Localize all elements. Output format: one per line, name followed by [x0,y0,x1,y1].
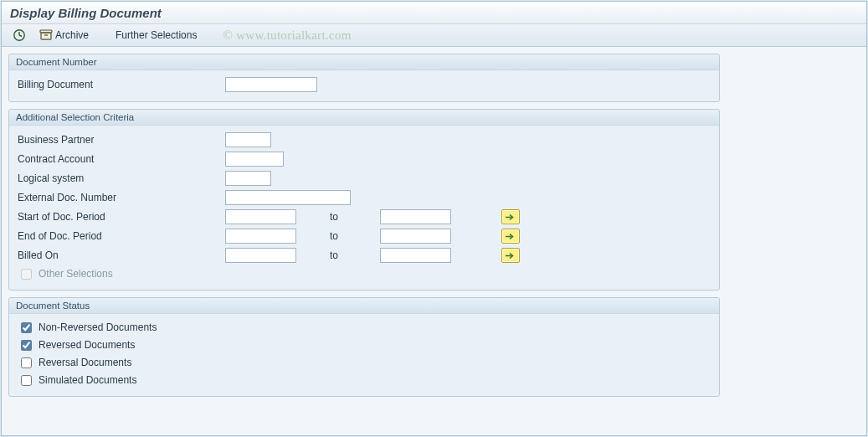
arrow-right-icon [506,252,516,260]
label-billing-document: Billing Document [16,79,225,90]
clock-execute-icon [13,28,26,42]
group-title-document-number: Document Number [9,54,719,70]
label-non-reversed: Non-Reversed Documents [39,321,157,333]
label-contract-account: Contract Account [16,153,225,165]
input-logical-system[interactable] [225,171,271,186]
input-business-partner[interactable] [225,132,271,147]
svg-rect-4 [41,33,51,39]
input-billing-document[interactable] [225,77,317,92]
to-label-2: to [330,230,380,242]
input-end-doc-period-high[interactable] [380,229,451,244]
to-label-1: to [330,211,380,223]
toolbar: Archive Further Selections © www.tutoria… [2,24,866,47]
label-business-partner: Business Partner [16,134,225,146]
label-logical-system: Logical system [16,172,225,184]
svg-line-2 [19,35,22,37]
checkbox-non-reversed[interactable] [21,322,32,333]
watermark-text: © www.tutorialkart.com [223,28,351,43]
group-additional-selection: Additional Selection Criteria Business P… [8,109,720,290]
further-selections-button[interactable]: Further Selections [111,28,201,43]
group-document-number: Document Number Billing Document [8,54,720,102]
svg-rect-3 [40,30,52,33]
archive-label: Archive [55,29,89,41]
group-document-status: Document Status Non-Reversed Documents R… [8,297,720,397]
execute-button[interactable] [8,27,30,44]
input-end-doc-period-low[interactable] [225,229,296,244]
label-reversed: Reversed Documents [39,339,135,351]
checkbox-reversed[interactable] [21,340,32,351]
archive-button[interactable]: Archive [35,28,93,43]
multi-select-billed-on[interactable] [501,248,520,263]
group-title-document-status: Document Status [9,298,719,314]
input-external-doc-number[interactable] [225,190,351,205]
input-start-doc-period-low[interactable] [225,209,296,224]
label-other-selections: Other Selections [39,268,113,280]
label-billed-on: Billed On [16,249,225,261]
label-external-doc-number: External Doc. Number [16,192,225,203]
checkbox-reversal[interactable] [21,357,32,368]
input-billed-on-low[interactable] [225,248,296,263]
archive-icon [39,29,53,41]
arrow-right-icon [506,213,516,221]
further-label: Further Selections [116,29,197,41]
arrow-right-icon [506,233,516,240]
label-simulated: Simulated Documents [39,374,136,386]
checkbox-other-selections [21,269,32,280]
input-start-doc-period-high[interactable] [380,209,451,224]
multi-select-end-doc[interactable] [501,229,520,244]
checkbox-simulated[interactable] [21,375,32,386]
to-label-3: to [330,249,380,261]
page-title: Display Billing Document [2,2,866,24]
multi-select-start-doc[interactable] [501,209,520,224]
input-contract-account[interactable] [225,152,284,167]
label-reversal: Reversal Documents [39,357,131,368]
group-title-additional-selection: Additional Selection Criteria [9,110,719,126]
label-end-doc-period: End of Doc. Period [16,230,225,242]
label-start-doc-period: Start of Doc. Period [16,211,225,223]
input-billed-on-high[interactable] [380,248,451,263]
